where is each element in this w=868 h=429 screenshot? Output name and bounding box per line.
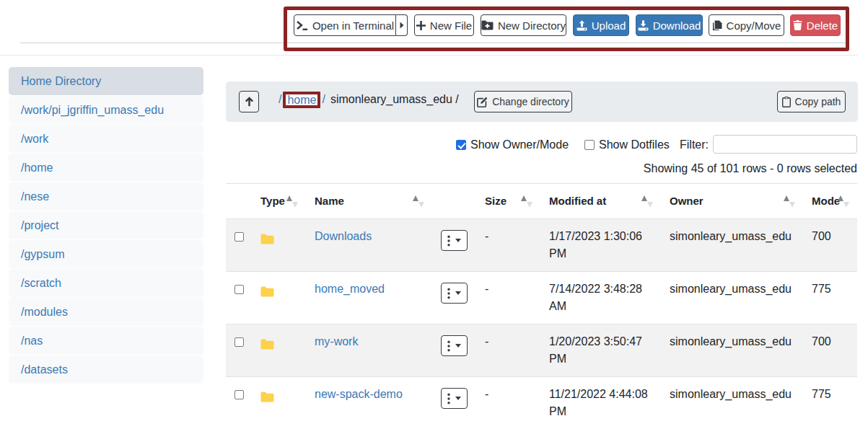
open-in-terminal-label: Open in Terminal [312, 20, 394, 31]
row-actions-cell [432, 219, 476, 272]
files-table: Type Name Size Modified at Owner Mode Do… [226, 183, 857, 429]
open-in-terminal-button[interactable]: Open in Terminal [294, 14, 396, 36]
file-row[interactable]: home_moved - 7/14/2022 3:48:28 AM simonl… [226, 272, 857, 324]
file-modified-at: 1/17/2023 1:30:06 PM [540, 219, 661, 272]
header-mode[interactable]: Mode [803, 184, 857, 219]
show-owner-mode-checkbox[interactable] [456, 140, 466, 150]
row-actions-menu-button[interactable] [441, 230, 468, 251]
header-size[interactable]: Size [476, 184, 540, 219]
show-dotfiles-control: Show Dotfiles [584, 136, 670, 154]
sort-carets-modified-at [641, 195, 654, 208]
folder-icon [260, 392, 274, 402]
show-owner-mode-control: Show Owner/Mode [456, 136, 569, 154]
upload-button[interactable]: Upload [573, 14, 629, 36]
toolbar-divider [20, 43, 849, 43]
sidebar-item-work[interactable]: /work [9, 125, 203, 153]
file-name-link[interactable]: home_moved [315, 283, 385, 295]
folder-icon [260, 339, 274, 350]
breadcrumb-home-link[interactable]: home [287, 94, 316, 105]
file-modified-at: 7/14/2022 3:48:28 AM [540, 272, 661, 324]
row-checkbox[interactable] [234, 232, 244, 242]
file-row[interactable]: my-work - 1/20/2023 3:50:47 PM simonlear… [226, 324, 857, 377]
row-actions-menu-button[interactable] [441, 388, 468, 409]
new-directory-label: New Directory [498, 20, 566, 31]
copy-move-button[interactable]: Copy/Move [709, 14, 784, 36]
header-modified-at[interactable]: Modified at [540, 184, 661, 219]
copy-path-label: Copy path [795, 96, 841, 107]
change-directory-button[interactable]: Change directory [474, 91, 572, 112]
open-in-terminal-split-button: Open in Terminal [294, 14, 408, 36]
change-directory-label: Change directory [492, 96, 569, 107]
new-file-label: New File [430, 20, 472, 31]
file-row[interactable]: new-spack-demo - 11/21/2022 4:44:08 PM s… [226, 377, 857, 429]
sidebar-item-home[interactable]: /home [9, 154, 203, 182]
up-directory-button[interactable] [239, 91, 259, 112]
file-name-cell: Downloads [306, 219, 432, 272]
file-owner: simonleary_umass_edu [661, 324, 803, 377]
sidebar-item-modules[interactable]: /modules [9, 298, 203, 326]
file-type-cell [252, 377, 306, 429]
sidebar-item-gypsum[interactable]: /gypsum [9, 240, 203, 268]
file-name-cell: my-work [306, 324, 432, 377]
row-actions-menu-button[interactable] [441, 283, 468, 304]
new-directory-button[interactable]: New Directory [481, 14, 566, 36]
sidebar-item-nese[interactable]: /nese [9, 182, 203, 211]
file-toolbar: Open in Terminal New File New Directory … [294, 14, 841, 36]
file-size: - [476, 377, 540, 429]
breadcrumb-root-link[interactable]: / [279, 93, 281, 106]
file-owner: simonleary_umass_edu [661, 377, 803, 429]
delete-label: Delete [807, 20, 838, 31]
file-name-link[interactable]: new-spack-demo [315, 388, 403, 400]
sort-carets-type [286, 195, 299, 208]
row-select-cell [226, 377, 252, 429]
row-actions-cell [432, 272, 476, 324]
row-select-cell [226, 219, 252, 272]
sidebar-item-scratch[interactable]: /scratch [9, 269, 203, 297]
copy-path-button[interactable]: Copy path [777, 91, 846, 112]
copy-icon [712, 20, 722, 31]
row-checkbox[interactable] [234, 337, 244, 347]
sidebar-item-project[interactable]: /project [9, 211, 203, 239]
row-checkbox[interactable] [234, 285, 244, 294]
header-name[interactable]: Name [306, 184, 432, 219]
row-actions-cell [432, 324, 476, 377]
sort-carets-owner [784, 195, 796, 208]
sidebar-item-work-pi-jgriffin-umass-edu[interactable]: /work/pi_jgriffin_umass_edu [9, 96, 203, 124]
row-actions-menu-button[interactable] [441, 335, 468, 356]
header-select [226, 184, 252, 219]
trash-icon [793, 20, 802, 30]
caret-down-icon [455, 239, 461, 242]
download-button[interactable]: Download [636, 14, 703, 36]
filter-label: Filter: [680, 136, 709, 154]
breadcrumb-separator: / [322, 93, 325, 106]
header-type[interactable]: Type [252, 184, 306, 219]
folder-plus-icon [481, 20, 494, 30]
filter-input[interactable] [713, 135, 857, 154]
plus-icon [416, 21, 426, 30]
row-select-cell [226, 324, 252, 377]
open-in-terminal-dropdown-toggle[interactable] [396, 14, 408, 36]
folder-icon [260, 286, 274, 297]
file-row[interactable]: Downloads - 1/17/2023 1:30:06 PM simonle… [226, 219, 857, 272]
rows-summary: Showing 45 of 101 rows - 0 rows selected [644, 162, 857, 175]
file-size: - [476, 219, 540, 272]
sidebar-item-nas[interactable]: /nas [9, 327, 203, 355]
breadcrumb: / home / simonleary_umass_edu / [279, 89, 459, 110]
file-mode: 700 [803, 219, 857, 272]
file-modified-at: 11/21/2022 4:44:08 PM [540, 377, 661, 429]
file-name-link[interactable]: Downloads [315, 230, 372, 242]
favorites-sidebar: Home Directory/work/pi_jgriffin_umass_ed… [9, 67, 203, 384]
download-label: Download [653, 20, 701, 31]
file-name-link[interactable]: my-work [315, 335, 358, 348]
sidebar-item-datasets[interactable]: /datasets [9, 355, 203, 384]
sidebar-item-home-directory[interactable]: Home Directory [9, 67, 203, 95]
copy-move-label: Copy/Move [727, 20, 781, 31]
ellipsis-v-icon [447, 288, 450, 299]
header-owner[interactable]: Owner [661, 184, 803, 219]
new-file-button[interactable]: New File [414, 14, 474, 36]
file-name-cell: home_moved [306, 272, 432, 324]
row-checkbox[interactable] [234, 390, 244, 399]
delete-button[interactable]: Delete [790, 14, 841, 36]
caret-right-icon [400, 22, 404, 29]
show-dotfiles-checkbox[interactable] [584, 140, 595, 150]
